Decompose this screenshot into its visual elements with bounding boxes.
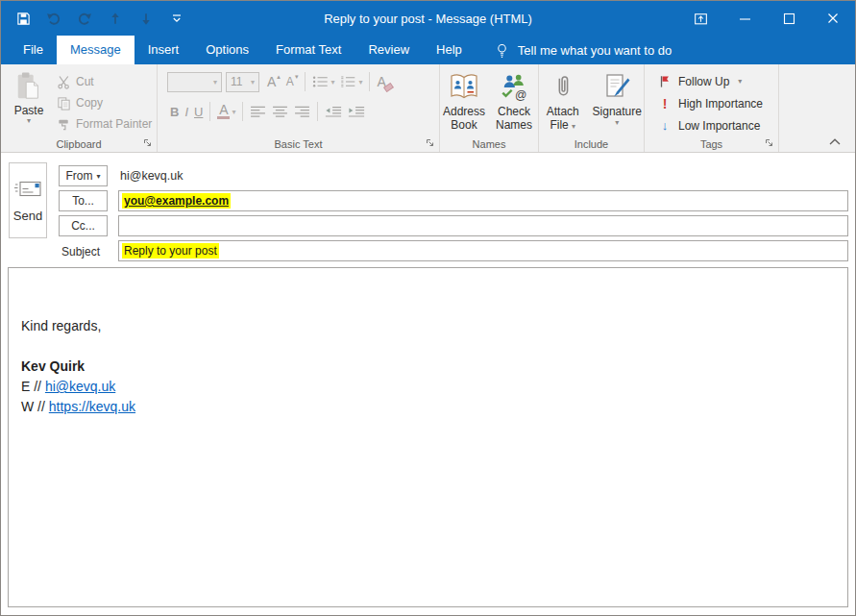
tags-dialog-launcher[interactable] [764, 137, 774, 148]
to-button[interactable]: To... [59, 190, 108, 211]
group-basic-text: ▾ 11 ▾ A▴ A▾ ▾ [158, 64, 440, 152]
tab-help[interactable]: Help [423, 36, 476, 64]
tab-file[interactable]: File [10, 36, 57, 64]
group-names: Address Book @ Check Names Names [440, 64, 539, 152]
minimize-icon [739, 12, 751, 25]
undo-button[interactable] [44, 9, 63, 28]
maximize-button[interactable] [767, 1, 811, 36]
numbering-button[interactable]: ▾ [337, 71, 365, 92]
clear-formatting-button[interactable]: A [374, 71, 388, 92]
send-envelope-icon [12, 178, 43, 200]
follow-up-chevron-icon: ▾ [738, 77, 742, 86]
paste-dropdown-chevron-icon[interactable]: ▾ [27, 117, 31, 125]
collapse-ribbon-button[interactable] [828, 137, 842, 146]
send-button[interactable]: Send [9, 162, 47, 238]
lightbulb-icon [495, 42, 509, 59]
shrink-font-button[interactable]: A▾ [283, 71, 302, 92]
follow-up-label: Follow Up [678, 75, 729, 88]
maximize-icon [783, 12, 795, 25]
format-painter-button[interactable]: Format Painter [57, 113, 152, 135]
message-header: Send From ▾ hi@kevq.uk To... you@example… [1, 153, 855, 267]
paste-icon [14, 71, 43, 102]
cut-button[interactable]: Cut [57, 71, 152, 92]
to-recipient[interactable]: you@example.com [122, 193, 231, 209]
paperclip-icon [552, 70, 574, 103]
align-left-button[interactable] [247, 101, 269, 122]
to-label: To... [72, 194, 94, 208]
font-color-icon: A [217, 104, 230, 119]
title-bar: Reply to your post - Message (HTML) [1, 1, 855, 36]
customize-qat-button[interactable] [167, 9, 186, 28]
email-link[interactable]: hi@kevq.uk [45, 379, 115, 394]
include-group-label: Include [539, 138, 644, 150]
cc-label: Cc... [71, 219, 95, 233]
address-book-label: Address Book [440, 105, 488, 132]
high-importance-button[interactable]: ! High Importance [645, 92, 778, 114]
qat-down-button[interactable] [136, 9, 156, 28]
follow-up-button[interactable]: Follow Up ▾ [645, 70, 778, 92]
font-color-chevron-icon: ▾ [232, 108, 235, 116]
high-importance-icon: ! [658, 96, 672, 111]
decrease-indent-button[interactable] [322, 101, 345, 122]
shrink-font-arrow-icon: ▾ [295, 73, 299, 81]
low-importance-button[interactable]: ↓ Low Importance [645, 114, 778, 136]
ribbon-spacer [779, 64, 855, 152]
font-name-combo[interactable]: ▾ [167, 72, 222, 92]
high-importance-label: High Importance [678, 97, 763, 111]
send-label: Send [13, 209, 42, 223]
italic-button[interactable]: I [182, 101, 191, 122]
at-sign-glyph: @ [515, 88, 526, 101]
tab-format-text[interactable]: Format Text [262, 36, 355, 64]
minimize-button[interactable] [722, 1, 767, 36]
close-button[interactable] [811, 1, 855, 36]
web-link[interactable]: https://kevq.uk [49, 399, 135, 414]
bold-button[interactable]: B [167, 101, 182, 122]
cc-field[interactable] [118, 215, 848, 236]
save-button[interactable] [13, 9, 33, 28]
subject-value: Reply to your post [122, 243, 219, 259]
ribbon-tab-bar: File Message Insert Options Format Text … [1, 36, 855, 64]
grow-font-button[interactable]: A▴ [264, 71, 283, 92]
tab-insert[interactable]: Insert [135, 36, 193, 64]
cut-icon [57, 75, 71, 89]
cc-button[interactable]: Cc... [59, 215, 108, 236]
numbering-icon [340, 75, 356, 88]
low-importance-label: Low Importance [678, 119, 760, 133]
from-button[interactable]: From ▾ [59, 165, 108, 186]
redo-button[interactable] [75, 9, 94, 28]
ribbon-display-options-button[interactable] [678, 1, 722, 36]
bullets-button[interactable]: ▾ [309, 71, 337, 92]
message-body[interactable]: Kind regards, Kev Quirk E // hi@kevq.uk … [8, 267, 848, 607]
align-center-button[interactable] [269, 101, 291, 122]
font-size-combo[interactable]: 11 ▾ [226, 72, 259, 92]
underline-button[interactable]: U [191, 101, 206, 122]
tell-me-label: Tell me what you want to do [518, 43, 672, 58]
align-right-icon [294, 106, 310, 118]
subject-label: Subject [61, 245, 100, 259]
increase-indent-button[interactable] [345, 101, 368, 122]
increase-indent-icon [348, 106, 365, 118]
grow-font-arrow-icon: ▴ [277, 73, 281, 81]
subject-field[interactable]: Reply to your post [118, 240, 848, 261]
quick-access-toolbar [13, 1, 186, 36]
closing-line: Kind regards, [21, 316, 835, 336]
paste-label: Paste [14, 104, 44, 117]
tab-message[interactable]: Message [57, 36, 135, 64]
font-color-button[interactable]: A ▾ [214, 101, 238, 122]
group-clipboard: Paste ▾ Cut Copy [1, 64, 158, 152]
basic-text-dialog-launcher[interactable] [425, 137, 435, 148]
clipboard-dialog-launcher[interactable] [142, 137, 153, 148]
save-icon [16, 12, 31, 26]
signature-icon [603, 70, 630, 103]
basic-text-group-label: Basic Text [158, 138, 439, 150]
tell-me-search[interactable]: Tell me what you want to do [495, 36, 672, 64]
web-prefix: W // [21, 399, 49, 414]
align-right-button[interactable] [291, 101, 313, 122]
qat-up-button[interactable] [106, 9, 125, 28]
tab-options[interactable]: Options [192, 36, 262, 64]
ribbon-display-options-icon [693, 11, 709, 27]
signature-chevron-icon: ▾ [615, 118, 619, 127]
copy-button[interactable]: Copy [57, 92, 152, 113]
tab-review[interactable]: Review [355, 36, 423, 64]
to-field[interactable]: you@example.com [118, 190, 848, 211]
